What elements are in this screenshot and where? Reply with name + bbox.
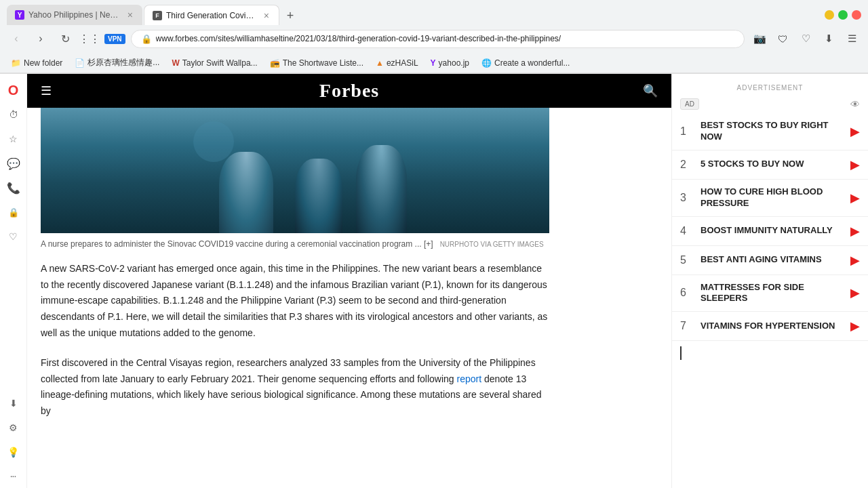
new-tab-button[interactable]: + [281, 6, 300, 25]
page-icon-1: 📄 [75, 58, 85, 68]
ad-label: ADVERTISEMENT [672, 81, 868, 95]
yahoo-icon: Y [431, 58, 436, 68]
bookmarks-sidebar-icon[interactable]: ☆ [3, 128, 24, 150]
article-paragraph-2: First discovered in the Central Visayas … [41, 355, 549, 420]
settings-sidebar-icon[interactable]: ⚙ [3, 417, 24, 439]
vpn-badge[interactable]: VPN [104, 34, 125, 44]
back-button[interactable]: ‹ [7, 29, 26, 48]
window-close[interactable] [852, 10, 861, 20]
tab-yahoo-close[interactable]: × [126, 9, 134, 20]
ad-eye-icon[interactable]: 👁 [850, 99, 860, 110]
download-sidebar-icon[interactable]: ⬇ [3, 392, 24, 414]
folder-icon: 📁 [11, 58, 21, 68]
page-layout: O ⏱ ☆ 💬 📞 🔒 ♡ ⬇ ⚙ 💡 ··· ☰ Forbes 🔍 [0, 74, 868, 488]
page-icon-2: W [172, 58, 179, 68]
ad-item-4[interactable]: 4 BOOST IMMUNITY NATURALLY ▶ [672, 217, 868, 246]
radio-icon: 📻 [270, 58, 280, 68]
heart-toolbar-icon[interactable]: ♡ [796, 29, 815, 48]
image-source: NURPHOTO VIA GETTY IMAGES [440, 241, 544, 248]
window-minimize[interactable] [825, 10, 834, 20]
forward-button[interactable]: › [31, 29, 50, 48]
article-paragraph-1: A new SARS-CoV-2 variant has emerged onc… [41, 261, 549, 342]
ad-text-4: BOOST IMMUNITY NATURALLY [701, 225, 844, 237]
tab-forbes-close[interactable]: × [262, 10, 271, 21]
ad-arrow-6: ▶ [850, 285, 860, 300]
lightbulb-sidebar-icon[interactable]: 💡 [3, 441, 24, 463]
ad-arrow-1: ▶ [850, 124, 860, 139]
window-maximize[interactable] [838, 10, 848, 20]
url-text: www.forbes.com/sites/williamhaseltine/20… [156, 34, 734, 43]
article-body: A nurse prepares to administer the Sinov… [27, 108, 563, 447]
ad-num-5: 5 [680, 254, 694, 266]
right-sidebar: ADVERTISEMENT AD 👁 1 BEST STOCKS TO BUY … [671, 74, 868, 488]
ad-item-1[interactable]: 1 BEST STOCKS TO BUY RIGHT NOW ▶ [672, 113, 868, 150]
ad-item-6[interactable]: 6 MATTRESSES FOR SIDE SLEEPERS ▶ [672, 275, 868, 312]
text-cursor [680, 346, 860, 360]
caption-text: A nurse prepares to administer the Sinov… [41, 239, 433, 249]
ad-num-6: 6 [680, 287, 694, 299]
ad-text-1: BEST STOCKS TO BUY RIGHT NOW [701, 120, 844, 143]
bookmark-newfolder[interactable]: 📁 New folder [7, 57, 66, 69]
bookmark-anri[interactable]: 📄 杉原杏璃性感情趣... [71, 56, 163, 70]
ad-num-7: 7 [680, 320, 694, 332]
bookmarks-bar: 📁 New folder 📄 杉原杏璃性感情趣... W Taylor Swif… [0, 53, 868, 73]
ad-item-3[interactable]: 3 HOW TO CURE HIGH BLOOD PRESSURE ▶ [672, 180, 868, 217]
ad-num-2: 2 [680, 159, 694, 171]
browser-toolbar: ‹ › ↻ ⋮⋮ VPN 🔒 www.forbes.com/sites/will… [0, 24, 868, 53]
report-link[interactable]: report [457, 373, 482, 384]
ad-text-5: BEST ANTI AGING VITAMINS [701, 254, 844, 266]
grid-button[interactable]: ⋮⋮ [80, 29, 99, 48]
ad-num-3: 3 [680, 192, 694, 204]
bookmark-shortwave[interactable]: 📻 The Shortwave Liste... [266, 57, 368, 69]
bookmark-yahoojp[interactable]: Y yahoo.jp [427, 57, 473, 69]
browser-titlebar: Y Yahoo Philippines | News... × F Third … [0, 0, 868, 24]
forbes-header: ☰ Forbes 🔍 [27, 74, 671, 108]
browser-chrome: Y Yahoo Philippines | News... × F Third … [0, 0, 868, 74]
camera-icon[interactable]: 📷 [750, 29, 769, 48]
bookmark-ezhasil[interactable]: ▲ ezHASiL [372, 57, 422, 69]
search-header-icon[interactable]: 🔍 [643, 83, 658, 98]
browser-tabs: Y Yahoo Philippines | News... × F Third … [7, 5, 300, 25]
forbes-logo: Forbes [319, 80, 379, 102]
opera-logo-icon[interactable]: O [3, 79, 24, 101]
tab-yahoo-title: Yahoo Philippines | News... [28, 10, 122, 20]
ad-arrow-7: ▶ [850, 319, 860, 333]
ad-item-2[interactable]: 2 5 STOCKS TO BUY NOW ▶ [672, 150, 868, 180]
heart-sidebar-icon[interactable]: ♡ [3, 226, 24, 247]
refresh-button[interactable]: ↻ [56, 29, 75, 48]
ad-item-7[interactable]: 7 VITAMINS FOR HYPERTENSION ▶ [672, 312, 868, 341]
shield-icon[interactable]: 🛡 [773, 29, 792, 48]
tab-forbes[interactable]: F Third Generation Covid-19... × [144, 5, 279, 25]
ad-text-2: 5 STOCKS TO BUY NOW [701, 159, 844, 170]
more-sidebar-button[interactable]: ··· [3, 466, 24, 487]
menu-icon[interactable]: ☰ [842, 29, 861, 48]
messenger-icon[interactable]: 💬 [3, 152, 24, 174]
image-caption: A nurse prepares to administer the Sinov… [41, 239, 549, 250]
ad-list: 1 BEST STOCKS TO BUY RIGHT NOW ▶ 2 5 STO… [672, 113, 868, 341]
history-icon[interactable]: ⏱ [3, 104, 24, 125]
ad-arrow-3: ▶ [850, 190, 860, 205]
vpn-sidebar-icon[interactable]: 🔒 [3, 201, 24, 223]
whatsapp-icon[interactable]: 📞 [3, 177, 24, 199]
ad-num-4: 4 [680, 225, 694, 237]
hamburger-menu-icon[interactable]: ☰ [41, 83, 52, 98]
ad-arrow-5: ▶ [850, 253, 860, 268]
ad-item-5[interactable]: 5 BEST ANTI AGING VITAMINS ▶ [672, 246, 868, 275]
ad-text-7: VITAMINS FOR HYPERTENSION [701, 321, 844, 332]
lock-icon: 🔒 [141, 34, 152, 44]
bookmark-create[interactable]: 🌐 Create a wonderful... [477, 57, 574, 69]
ad-text-3: HOW TO CURE HIGH BLOOD PRESSURE [701, 186, 844, 209]
tab-yahoo[interactable]: Y Yahoo Philippines | News... × [7, 5, 142, 25]
toolbar-icons: 📷 🛡 ♡ ⬇ ☰ [750, 29, 861, 48]
bookmark-taylor[interactable]: W Taylor Swift Wallpa... [167, 57, 261, 69]
article-area[interactable]: ☰ Forbes 🔍 A nurse prepares to administe… [27, 74, 671, 488]
article-text: A new SARS-CoV-2 variant has emerged onc… [41, 261, 549, 420]
tab-forbes-title: Third Generation Covid-19... [166, 11, 258, 20]
address-bar[interactable]: 🔒 www.forbes.com/sites/williamhaseltine/… [131, 30, 745, 48]
ezhasil-icon: ▲ [376, 58, 384, 68]
download-toolbar-icon[interactable]: ⬇ [819, 29, 838, 48]
ad-header: AD 👁 [672, 95, 868, 113]
ad-text-6: MATTRESSES FOR SIDE SLEEPERS [701, 282, 844, 305]
ad-arrow-4: ▶ [850, 224, 860, 239]
opera-sidebar: O ⏱ ☆ 💬 📞 🔒 ♡ ⬇ ⚙ 💡 ··· [0, 74, 27, 488]
